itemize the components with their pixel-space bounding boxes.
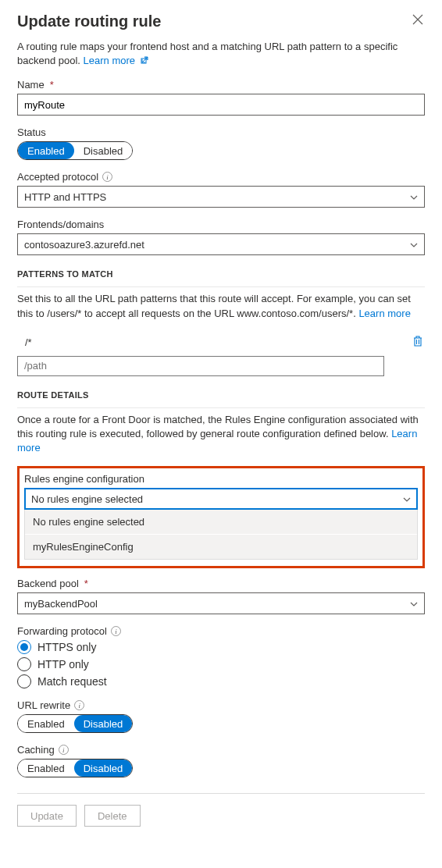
caching-disabled-option[interactable]: Disabled [74, 760, 133, 777]
name-label: Name [17, 79, 45, 91]
route-details-description: Once a route for a Front Door is matched… [17, 413, 425, 456]
header-description: A routing rule maps your frontend host a… [17, 40, 425, 68]
page-title: Update routing rule [17, 12, 161, 30]
footer: Update Delete [17, 793, 425, 827]
patterns-desc-text: Set this to all the URL path patterns th… [17, 293, 411, 318]
header-desc-text: A routing rule maps your frontend host a… [17, 41, 397, 66]
fwd-protocol-label: Forwarding protocol [17, 625, 107, 637]
backend-select[interactable]: myBackendPool [17, 592, 425, 614]
fwd-protocol-option[interactable]: HTTP only [17, 657, 425, 671]
rules-engine-option[interactable]: No rules engine selected [25, 510, 417, 534]
info-icon[interactable]: i [59, 745, 69, 755]
route-details-desc-text: Once a route for a Front Door is matched… [17, 414, 419, 439]
chevron-down-icon [410, 240, 418, 249]
status-label: Status [17, 126, 46, 138]
url-rewrite-toggle[interactable]: Enabled Disabled [17, 714, 133, 733]
rules-engine-highlight: Rules engine configuration No rules engi… [17, 466, 425, 568]
required-indicator: * [84, 578, 88, 589]
patterns-description: Set this to all the URL path patterns th… [17, 292, 425, 320]
path-input[interactable] [17, 356, 384, 376]
patterns-heading: PATTERNS TO MATCH [17, 269, 425, 279]
chevron-down-icon [410, 599, 418, 608]
chevron-down-icon [403, 494, 411, 503]
status-toggle[interactable]: Enabled Disabled [17, 141, 133, 160]
protocol-label: Accepted protocol [17, 171, 98, 183]
learn-more-link[interactable]: Learn more [84, 55, 135, 66]
delete-button[interactable]: Delete [84, 805, 141, 827]
url-rewrite-disabled-option[interactable]: Disabled [74, 715, 133, 732]
caching-label: Caching [17, 744, 55, 756]
rules-engine-options: No rules engine selected myRulesEngineCo… [24, 510, 418, 560]
name-input[interactable] [17, 94, 425, 116]
status-enabled-option[interactable]: Enabled [18, 142, 74, 159]
info-icon[interactable]: i [102, 172, 112, 182]
external-link-icon [141, 56, 148, 66]
frontends-select[interactable]: contosoazure3.azurefd.net [17, 233, 425, 255]
update-button[interactable]: Update [17, 805, 77, 827]
chevron-down-icon [410, 192, 418, 201]
divider [17, 286, 425, 287]
delete-icon[interactable] [412, 335, 423, 350]
protocol-select[interactable]: HTTP and HTTPS [17, 186, 425, 208]
protocol-value: HTTP and HTTPS [24, 191, 106, 203]
close-icon[interactable] [411, 12, 425, 29]
required-indicator: * [50, 79, 54, 91]
backend-value: myBackendPool [24, 598, 98, 610]
url-rewrite-label: URL rewrite [17, 699, 70, 711]
url-rewrite-enabled-option[interactable]: Enabled [18, 715, 74, 732]
status-disabled-option[interactable]: Disabled [74, 142, 133, 159]
rules-engine-option[interactable]: myRulesEngineConfig [25, 534, 417, 559]
fwd-protocol-option[interactable]: Match request [17, 674, 425, 688]
pattern-value: /* [19, 336, 32, 348]
learn-more-link[interactable]: Learn more [358, 308, 410, 319]
fwd-protocol-option-label: HTTP only [37, 658, 89, 671]
fwd-protocol-option-label: Match request [37, 675, 107, 688]
backend-label: Backend pool [17, 578, 79, 589]
rules-engine-select[interactable]: No rules engine selected [24, 488, 418, 510]
radio-icon[interactable] [17, 657, 31, 671]
radio-icon[interactable] [17, 640, 31, 654]
frontends-value: contosoazure3.azurefd.net [24, 239, 144, 251]
pattern-row: /* [17, 332, 425, 353]
frontends-label: Frontends/domains [17, 219, 104, 230]
info-icon[interactable]: i [74, 700, 84, 710]
rules-engine-selected: No rules engine selected [31, 493, 143, 505]
radio-icon[interactable] [17, 674, 31, 688]
divider [17, 407, 425, 408]
rules-engine-label: Rules engine configuration [24, 473, 144, 485]
fwd-protocol-option[interactable]: HTTPS only [17, 640, 425, 654]
caching-toggle[interactable]: Enabled Disabled [17, 759, 133, 777]
caching-enabled-option[interactable]: Enabled [18, 760, 74, 777]
info-icon[interactable]: i [111, 626, 121, 636]
route-details-heading: ROUTE DETAILS [17, 390, 425, 400]
fwd-protocol-option-label: HTTPS only [37, 641, 96, 653]
